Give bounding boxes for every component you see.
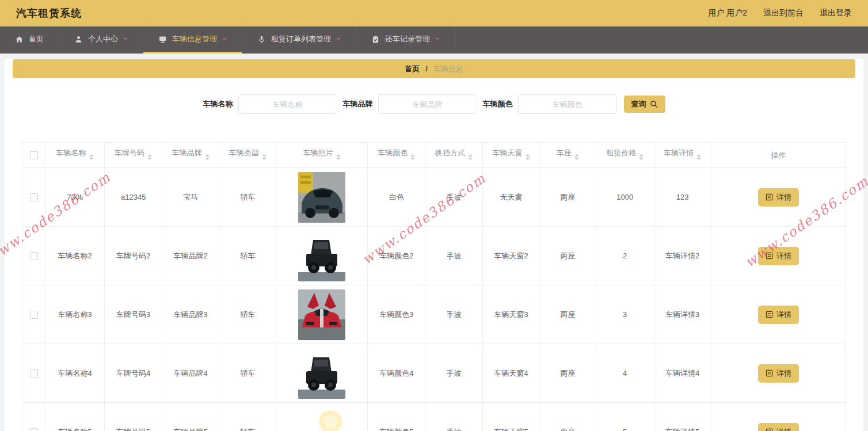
search-icon (650, 100, 658, 108)
cell-sunroof: 车辆天窗4 (482, 344, 540, 403)
query-button[interactable]: 查询 (624, 96, 665, 113)
sort-icon (639, 152, 644, 162)
main-content: 首页 / 车辆信息 车辆名称 车辆品牌 车辆颜色 查询 (5, 59, 863, 431)
cell-vehicle-type: 轿车 (219, 344, 276, 403)
document-icon (766, 311, 773, 318)
cell-vehicle-color: 车辆颜色3 (368, 285, 425, 344)
vehicle-photo (298, 407, 345, 431)
cell-vehicle-detail: 车辆详情5 (654, 403, 711, 431)
cell-rental-price: 3 (596, 285, 654, 344)
select-all-checkbox[interactable] (30, 151, 38, 159)
col-vehicle-photo[interactable]: 车辆照片 (276, 143, 368, 168)
sort-icon (89, 152, 94, 162)
cell-plate-number: 车牌号码2 (105, 227, 162, 285)
cell-vehicle-detail: 车辆详情2 (654, 227, 711, 285)
col-seats[interactable]: 车座 (540, 143, 596, 168)
breadcrumb-home[interactable]: 首页 (405, 64, 420, 74)
row-checkbox[interactable] (30, 252, 38, 260)
cell-vehicle-brand: 车辆品牌4 (162, 344, 219, 403)
cell-gear-mode: 手波 (425, 403, 482, 431)
cell-vehicle-brand: 车辆品牌5 (162, 403, 219, 431)
row-checkbox[interactable] (30, 311, 38, 319)
cell-seats: 两座 (540, 344, 596, 403)
vehicle-photo (298, 231, 345, 281)
breadcrumb-separator: / (425, 64, 428, 73)
nav-label: 车辆信息管理 (172, 34, 217, 44)
cell-vehicle-brand: 宝马 (162, 168, 219, 227)
sort-icon (410, 152, 415, 162)
row-checkbox[interactable] (30, 193, 38, 201)
detail-button[interactable]: 详情 (758, 423, 799, 431)
exit-to-front-link[interactable]: 退出到前台 (763, 8, 804, 18)
col-sunroof[interactable]: 车辆天窗 (482, 143, 540, 168)
breadcrumb-current: 车辆信息 (433, 64, 463, 74)
nav-item-personal-center[interactable]: 个人中心 (59, 26, 143, 54)
cell-plate-number: 车牌号码5 (105, 403, 162, 431)
cell-vehicle-type: 轿车 (219, 403, 276, 431)
detail-button[interactable]: 详情 (758, 188, 799, 207)
cell-vehicle-brand: 车辆品牌2 (162, 227, 219, 285)
cell-actions: 详情 (711, 344, 846, 403)
cell-vehicle-photo (276, 403, 368, 431)
nav-label: 首页 (29, 34, 44, 44)
nav-item-vehicle-info-mgmt[interactable]: 车辆信息管理 (143, 26, 242, 54)
table-row: 车辆名称2 车牌号码2 车辆品牌2 轿车 (22, 227, 846, 285)
nav-item-home[interactable]: 首页 (0, 26, 59, 54)
logout-link[interactable]: 退出登录 (820, 8, 852, 18)
cell-rental-price: 2 (596, 227, 654, 285)
cell-vehicle-detail: 123 (654, 168, 711, 227)
user-icon (74, 35, 83, 44)
col-plate-number[interactable]: 车牌号码 (105, 143, 162, 168)
vehicle-photo (298, 348, 345, 399)
jeep-photo (298, 348, 345, 399)
vehicle-name-label: 车辆名称 (203, 99, 233, 109)
cell-sunroof: 车辆天窗2 (482, 227, 540, 285)
main-nav: 首页 个人中心 车辆信息管理 租赁订单列表管理 还车记录管理 (0, 26, 868, 54)
col-vehicle-color[interactable]: 车辆颜色 (368, 143, 425, 168)
vehicle-color-label: 车辆颜色 (483, 99, 513, 109)
row-checkbox[interactable] (30, 428, 38, 431)
cell-select (22, 344, 45, 403)
detail-button[interactable]: 详情 (758, 364, 799, 383)
col-vehicle-type[interactable]: 车辆类型 (219, 143, 276, 168)
document-icon (766, 369, 773, 377)
cell-seats: 两座 (540, 168, 596, 227)
col-vehicle-name[interactable]: 车辆名称 (45, 143, 105, 168)
cell-sunroof: 车辆天窗5 (482, 403, 540, 431)
search-form: 车辆名称 车辆品牌 车辆颜色 查询 (5, 94, 863, 114)
vehicle-color-input[interactable] (518, 94, 617, 114)
nav-label: 租赁订单列表管理 (271, 34, 331, 44)
row-checkbox[interactable] (30, 369, 38, 377)
chevron-down-icon (222, 38, 227, 43)
cell-vehicle-photo (276, 168, 368, 227)
cell-vehicle-photo (276, 344, 368, 403)
chevron-down-icon (123, 38, 128, 43)
table-row: 车辆名称4 车牌号码4 车辆品牌4 轿车 (22, 344, 846, 403)
cell-vehicle-name: 730li (45, 168, 105, 227)
cell-seats: 两座 (540, 227, 596, 285)
search-group-color: 车辆颜色 (483, 94, 617, 114)
vehicle-photo (298, 289, 345, 340)
col-gear-mode[interactable]: 换挡方式 (425, 143, 482, 168)
vehicle-brand-input[interactable] (378, 94, 477, 114)
sort-icon (147, 152, 152, 162)
nav-label: 个人中心 (88, 34, 118, 44)
col-vehicle-detail[interactable]: 车辆详情 (654, 143, 711, 168)
vehicle-name-input[interactable] (238, 94, 337, 114)
monitor-icon (158, 35, 167, 44)
query-button-label: 查询 (631, 99, 646, 109)
sort-icon (205, 152, 210, 162)
table-row: 车辆名称3 车牌号码3 车辆品牌3 轿车 (22, 285, 846, 344)
nav-item-rental-orders-mgmt[interactable]: 租赁订单列表管理 (242, 26, 356, 54)
detail-button[interactable]: 详情 (758, 306, 799, 324)
detail-button-label: 详情 (776, 310, 791, 320)
col-rental-price[interactable]: 租赁价格 (596, 143, 654, 168)
top-links: 用户 用户2 退出到前台 退出登录 (708, 8, 852, 18)
cell-vehicle-photo (276, 227, 368, 285)
cell-actions: 详情 (711, 285, 846, 344)
table-header-row: 车辆名称 车牌号码 车辆品牌 车辆类型 车辆照片 车辆颜色 换挡方式 车辆天窗 … (22, 143, 846, 168)
detail-button[interactable]: 详情 (758, 247, 799, 265)
col-actions: 操作 (711, 143, 846, 168)
nav-item-return-records-mgmt[interactable]: 还车记录管理 (356, 26, 455, 54)
col-vehicle-brand[interactable]: 车辆品牌 (162, 143, 219, 168)
